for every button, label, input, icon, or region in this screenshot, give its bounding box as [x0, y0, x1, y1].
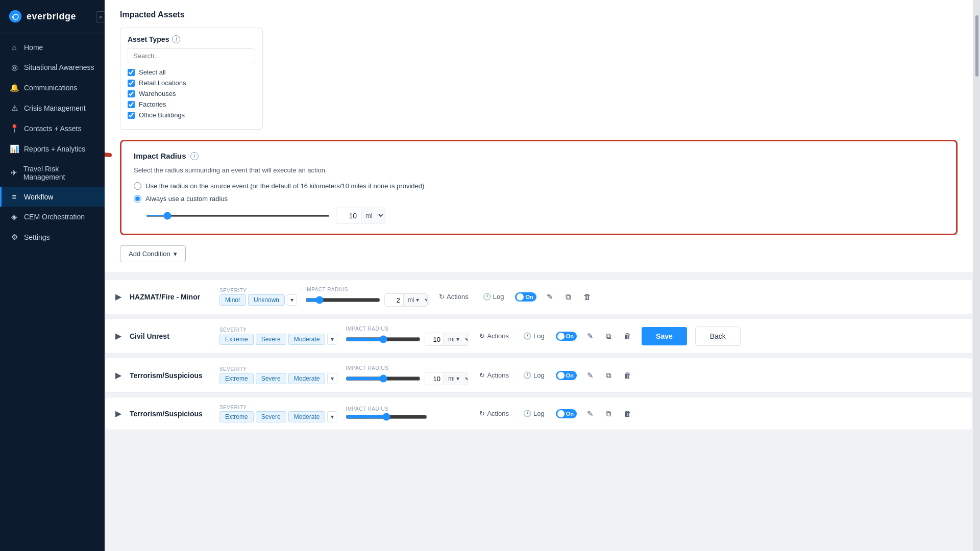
sidebar-collapse-button[interactable]: «	[96, 11, 105, 22]
terrorism-log-btn[interactable]: 🕐 Log	[520, 408, 548, 419]
severity-group-terrorism: Severity ExtremeSevereModerate ▾	[219, 405, 337, 422]
right-scrollbar[interactable]	[973, 0, 980, 551]
radius-option1-radio[interactable]	[134, 182, 141, 190]
copy-icon-hazmat[interactable]: ⧉	[564, 290, 573, 304]
sev-severe: Severe	[256, 411, 286, 422]
add-condition-button[interactable]: Add Condition ▾	[120, 245, 186, 262]
sidebar-item-home[interactable]: ⌂ Home	[0, 37, 105, 57]
delete-icon-hazmat[interactable]: 🗑	[581, 290, 593, 303]
row-radius-input-hazmat[interactable]	[385, 294, 403, 306]
severity-dropdown-terrorism[interactable]: ▾	[327, 373, 337, 384]
expand-terrorism-button[interactable]: ▶	[115, 409, 121, 418]
asset-checkbox-0[interactable]	[128, 80, 135, 87]
terrorism-actions-btn[interactable]: ↻ Actions	[476, 408, 512, 419]
edit-icon-civil-unrest[interactable]: ✎	[585, 330, 596, 343]
delete-icon-terrorism[interactable]: 🗑	[622, 369, 633, 382]
row-title-terrorism: Terrorism/Suspicious	[130, 410, 211, 418]
select-all-checkbox[interactable]	[128, 69, 135, 76]
radius-option2-item: Always use a custom radius	[134, 195, 944, 203]
impact-radius-header: Impact Radius i	[134, 152, 944, 160]
row-unit-select-civil-unrest[interactable]: mi ▾ km ▾	[444, 333, 468, 345]
travel-risk-icon: ✈	[10, 168, 18, 178]
asset-checkbox-3[interactable]	[128, 112, 135, 119]
row-unit-select-hazmat[interactable]: mi ▾ km ▾	[403, 294, 428, 306]
radius-option2-label: Always use a custom radius	[145, 195, 228, 203]
reports-analytics-icon: 📊	[10, 144, 19, 154]
terrorism-delete-icon[interactable]: 🗑	[622, 407, 633, 420]
sidebar-item-situational-awareness[interactable]: ◎ Situational Awareness	[0, 57, 105, 78]
copy-icon-civil-unrest[interactable]: ⧉	[604, 330, 614, 343]
toggle-terrorism[interactable]: On	[556, 371, 577, 380]
row-radius-input-terrorism[interactable]	[425, 373, 444, 385]
severity-group-civil-unrest: Severity ExtremeSevereModerate ▾	[219, 327, 337, 345]
expand-row-hazmat-button[interactable]: ▶	[115, 292, 121, 302]
severity-dropdown-hazmat[interactable]: ▾	[287, 294, 297, 306]
log-button-hazmat[interactable]: 🕐 Log	[480, 291, 507, 303]
row-input-group-hazmat: mi ▾ km ▾	[384, 293, 428, 307]
terrorism-slider[interactable]	[346, 413, 427, 421]
cem-label: CEM Orchestration	[24, 213, 85, 221]
sidebar-item-reports-analytics[interactable]: 📊 Reports + Analytics	[0, 139, 105, 159]
sidebar-item-travel-risk[interactable]: ✈ Travel Risk Management	[0, 159, 105, 187]
log-button-civil-unrest[interactable]: 🕐 Log	[520, 330, 548, 342]
severity-tag-extreme: Extreme	[219, 373, 254, 384]
settings-icon: ⚙	[10, 233, 19, 242]
asset-types-info-icon[interactable]: i	[172, 35, 180, 43]
sev-moderate: Moderate	[288, 411, 326, 422]
toggle-civil-unrest[interactable]: On	[556, 332, 577, 341]
sidebar-item-workflow[interactable]: ≡ Workflow	[0, 187, 105, 207]
toggle-hazmat[interactable]: On	[515, 292, 536, 302]
terrorism-edit-icon[interactable]: ✎	[585, 407, 596, 420]
sidebar-item-crisis-management[interactable]: ⚠ Crisis Management	[0, 98, 105, 118]
severity-tag-moderate: Moderate	[288, 334, 326, 345]
asset-types-search-input[interactable]	[128, 48, 255, 63]
severity-dropdown-terrorism[interactable]: ▾	[327, 411, 337, 422]
terrorism-toggle[interactable]: On	[556, 409, 577, 418]
asset-checkbox-2[interactable]	[128, 101, 135, 108]
sidebar-logo-text: everbridge	[27, 11, 76, 22]
reports-analytics-label: Reports + Analytics	[24, 145, 85, 153]
edit-icon-terrorism[interactable]: ✎	[585, 369, 596, 382]
severity-dropdown-civil-unrest[interactable]: ▾	[327, 334, 337, 345]
asset-checkbox-1[interactable]	[128, 90, 135, 97]
severity-tag-severe: Severe	[256, 373, 286, 384]
sidebar-item-communications[interactable]: 🔔 Communications	[0, 78, 105, 98]
asset-item-1: Warehouses	[128, 90, 255, 97]
condition-row-hazmat: ▶ HAZMAT/Fire - Minor Severity MinorUnkn…	[105, 279, 973, 314]
expand-row-terrorism-button[interactable]: ▶	[115, 370, 121, 380]
sidebar-item-settings[interactable]: ⚙ Settings	[0, 227, 105, 247]
log-button-terrorism[interactable]: 🕐 Log	[520, 369, 548, 381]
radius-controls-civil-unrest: mi ▾ km ▾	[346, 333, 468, 346]
row-radius-input-civil-unrest[interactable]	[425, 334, 444, 345]
copy-icon-terrorism[interactable]: ⧉	[604, 369, 614, 382]
toggle-circle-civil-unrest	[557, 333, 565, 340]
edit-icon-hazmat[interactable]: ✎	[545, 290, 555, 304]
save-button[interactable]: Save	[642, 327, 687, 345]
row-slider-terrorism[interactable]	[346, 374, 421, 383]
delete-icon-civil-unrest[interactable]: 🗑	[622, 330, 633, 342]
impact-radius-info-icon[interactable]: i	[190, 152, 199, 160]
radius-unit-select[interactable]: mi km	[361, 208, 385, 223]
severity-tag-moderate: Moderate	[288, 373, 326, 384]
sidebar-item-contacts-assets[interactable]: 📍 Contacts + Assets	[0, 118, 105, 139]
asset-items-list: Retail Locations Warehouses Factories Of…	[128, 79, 255, 119]
severity-tag-unknown: Unknown	[248, 294, 285, 306]
sidebar-nav: ⌂ Home ◎ Situational Awareness 🔔 Communi…	[0, 33, 105, 551]
actions-button-civil-unrest[interactable]: ↻ Actions	[476, 330, 512, 342]
sidebar-item-cem[interactable]: ◈ CEM Orchestration	[0, 207, 105, 227]
terrorism-copy-icon[interactable]: ⧉	[604, 407, 614, 420]
radius-slider[interactable]	[146, 215, 330, 217]
row-unit-select-terrorism[interactable]: mi ▾ km ▾	[444, 372, 468, 385]
actions-button-terrorism[interactable]: ↻ Actions	[476, 369, 512, 381]
radius-controls-terrorism: mi ▾ km ▾	[346, 372, 468, 385]
workflow-label: Workflow	[24, 193, 53, 201]
log-label-terrorism: Log	[533, 371, 545, 379]
radius-option2-radio[interactable]	[134, 195, 141, 203]
back-button[interactable]: Back	[695, 327, 741, 346]
row-slider-hazmat[interactable]	[305, 296, 380, 304]
expand-row-civil-unrest-button[interactable]: ▶	[115, 331, 121, 341]
actions-button-hazmat[interactable]: ↻ Actions	[436, 291, 472, 303]
asset-label-0: Retail Locations	[139, 79, 186, 87]
row-slider-civil-unrest[interactable]	[346, 335, 421, 343]
radius-value-input[interactable]	[336, 209, 361, 223]
